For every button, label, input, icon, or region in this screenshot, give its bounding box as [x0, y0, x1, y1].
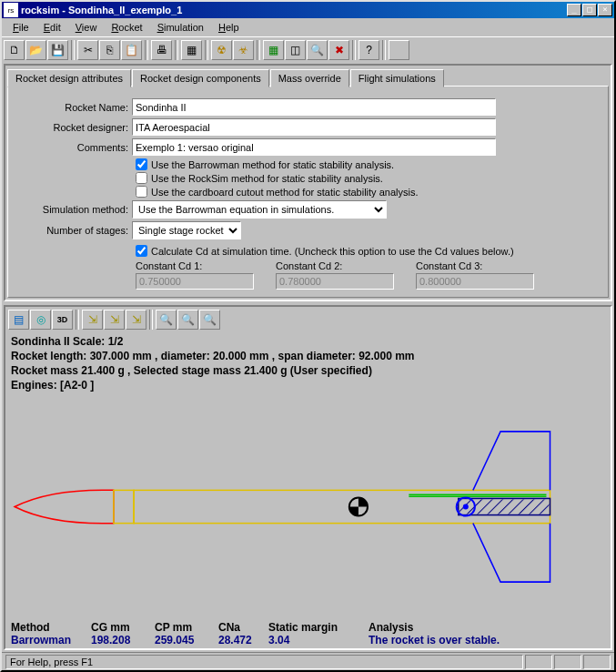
3d-icon: 3D — [57, 315, 68, 324]
zoom-out-icon: 🔍 — [203, 313, 217, 326]
tool1-button[interactable]: ☢ — [211, 40, 232, 60]
sim-method-label: Simulation method: — [15, 204, 132, 215]
cd1-label: Constant Cd 1: — [136, 260, 254, 271]
designer-label: Rocket designer: — [15, 122, 132, 133]
val-cg: 198.208 — [91, 634, 155, 647]
val-cna: 28.472 — [218, 634, 268, 647]
search-icon: 🔍 — [310, 44, 324, 56]
stages-select[interactable]: Single stage rocket — [132, 221, 241, 239]
open-button[interactable]: 📂 — [25, 40, 46, 60]
radiation-icon: ☢ — [217, 44, 227, 56]
menu-view[interactable]: View — [68, 20, 105, 35]
info-line2: Rocket length: 307.000 mm , diameter: 20… — [11, 349, 605, 363]
stage1-button[interactable]: ⇲ — [82, 310, 103, 330]
zoom-out-button[interactable]: 🔍 — [199, 310, 220, 330]
calc-cd-checkbox[interactable] — [136, 245, 147, 257]
stage3-button[interactable]: ⇲ — [126, 310, 146, 330]
comments-input[interactable] — [132, 138, 496, 156]
menu-help[interactable]: Help — [211, 20, 247, 35]
rocket-name-input[interactable] — [132, 98, 496, 116]
statusbar: For Help, press F1 — [2, 652, 614, 670]
cd2-input — [276, 273, 394, 290]
paste-button[interactable]: 📋 — [121, 40, 142, 60]
tool2-button[interactable]: ☣ — [233, 40, 254, 60]
target-icon: ◎ — [36, 313, 45, 326]
maximize-button[interactable]: □ — [582, 4, 597, 16]
print-button[interactable]: 🖶 — [151, 40, 172, 60]
rocket-info: Sondinha II Scale: 1/2 Rocket length: 30… — [5, 332, 611, 394]
cd3-input — [416, 273, 534, 290]
tab-simulations[interactable]: Flight simulations — [350, 69, 444, 87]
cut-icon: ✂ — [84, 44, 93, 56]
val-method: Barrowman — [11, 634, 91, 647]
view-panel: ▤ ◎ 3D ⇲ ⇲ ⇲ 🔍 🔍 🔍 Sondinha II Scale: 1/… — [4, 305, 612, 650]
col-cg: CG mm — [91, 621, 155, 634]
stage-icon: ⇲ — [110, 313, 119, 326]
view-toolbar: ▤ ◎ 3D ⇲ ⇲ ⇲ 🔍 🔍 🔍 — [5, 307, 611, 332]
zoom-in-icon: 🔍 — [159, 313, 173, 326]
menu-edit[interactable]: Edit — [36, 20, 68, 35]
open-icon: 📂 — [29, 44, 43, 56]
view2-button[interactable]: ◎ — [30, 310, 51, 330]
new-button[interactable]: 🗋 — [4, 40, 25, 60]
grid-button[interactable]: ▦ — [263, 40, 284, 60]
barrowman-checkbox[interactable] — [136, 158, 147, 170]
rocksim-label: Use the RockSim method for static stabil… — [151, 173, 383, 184]
designer-input[interactable] — [132, 118, 496, 136]
separator — [352, 40, 356, 60]
tab-components[interactable]: Rocket design components — [132, 69, 269, 87]
properties-button[interactable]: ▦ — [181, 40, 202, 60]
col-method: Method — [11, 621, 91, 634]
status-text: For Help, press F1 — [5, 655, 523, 669]
tab-attributes[interactable]: Rocket design attributes — [7, 69, 131, 87]
results-table: Method CG mm CP mm CNa Static margin Ana… — [5, 619, 611, 648]
app-window: rs rocksim - Sondinha_II_exemplo_1 _ □ ×… — [0, 0, 616, 672]
separator — [71, 40, 75, 60]
stages-label: Number of stages: — [15, 225, 132, 236]
save-button[interactable]: 💾 — [47, 40, 68, 60]
separator — [145, 40, 148, 60]
separator — [149, 310, 153, 330]
info-line3: Rocket mass 21.400 g , Selected stage ma… — [11, 363, 605, 378]
design-panel: Rocket design attributes Rocket design c… — [4, 64, 612, 301]
blank-button[interactable] — [389, 40, 409, 60]
cd2-label: Constant Cd 2: — [276, 260, 394, 271]
zoom-fit-button[interactable]: 🔍 — [177, 310, 198, 330]
chart-icon: ◫ — [290, 44, 300, 56]
biohazard-icon: ☣ — [238, 44, 248, 56]
tab-panel-attributes: Rocket Name: Rocket designer: Comments: … — [7, 86, 609, 298]
menu-rocket[interactable]: Rocket — [104, 20, 149, 35]
paste-icon: 📋 — [125, 44, 138, 56]
cut-button[interactable]: ✂ — [77, 40, 98, 60]
status-indicator — [583, 655, 611, 669]
tab-mass-override[interactable]: Mass override — [270, 69, 349, 87]
delete-button[interactable]: ✖ — [328, 40, 349, 60]
app-icon: rs — [4, 3, 18, 17]
view1-button[interactable]: ▤ — [8, 310, 29, 330]
results-row: Barrowman 198.208 259.045 28.472 3.04 Th… — [11, 634, 605, 647]
stage2-button[interactable]: ⇲ — [104, 310, 125, 330]
copy-icon: ⎘ — [106, 44, 113, 56]
barrowman-label: Use the Barrowman method for static stab… — [151, 159, 394, 170]
results-header: Method CG mm CP mm CNa Static margin Ana… — [11, 621, 605, 634]
copy-button[interactable]: ⎘ — [99, 40, 120, 60]
zoom-fit-icon: 🔍 — [181, 313, 195, 326]
cd3-label: Constant Cd 3: — [416, 260, 534, 271]
close-button[interactable]: × — [598, 4, 612, 16]
rocksim-checkbox[interactable] — [136, 172, 147, 184]
titlebar: rs rocksim - Sondinha_II_exemplo_1 _ □ × — [2, 2, 614, 18]
menu-file[interactable]: File — [5, 20, 36, 35]
search-button[interactable]: 🔍 — [307, 40, 328, 60]
svg-point-9 — [463, 504, 469, 509]
delete-icon: ✖ — [335, 44, 344, 56]
sim-method-select[interactable]: Use the Barrowman equation in simulation… — [132, 200, 387, 219]
help-button[interactable]: ? — [358, 40, 379, 60]
minimize-button[interactable]: _ — [567, 4, 581, 16]
zoom-in-button[interactable]: 🔍 — [156, 310, 177, 330]
menu-simulation[interactable]: Simulation — [150, 20, 211, 35]
info-line1: Sondinha II Scale: 1/2 — [11, 334, 605, 349]
view3d-button[interactable]: 3D — [52, 310, 73, 330]
chart-button[interactable]: ◫ — [285, 40, 306, 60]
cardboard-checkbox[interactable] — [136, 186, 147, 198]
rocket-canvas[interactable] — [5, 394, 611, 619]
